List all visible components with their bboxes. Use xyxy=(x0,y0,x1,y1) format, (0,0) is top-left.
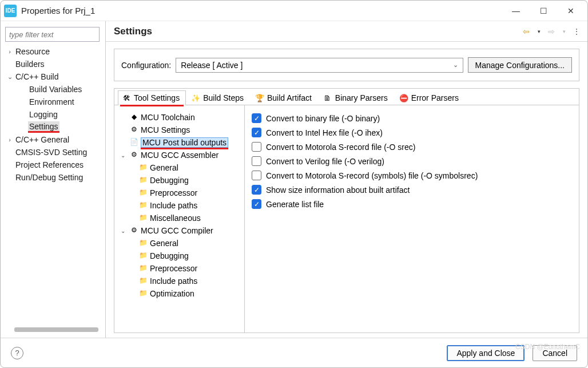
checkbox[interactable]: ✓ xyxy=(252,128,261,137)
tool-item-label: Preprocessor xyxy=(150,188,197,197)
tool-item-optimization[interactable]: 📁Optimization xyxy=(128,287,242,300)
tool-item-label: Include paths xyxy=(150,201,197,210)
tool-item-general[interactable]: 📁General xyxy=(128,161,242,174)
maximize-button[interactable]: ☐ xyxy=(530,2,557,19)
minimize-icon: — xyxy=(512,6,520,15)
nav-item-builders[interactable]: Builders xyxy=(5,58,103,70)
tool-item-mcu-toolchain[interactable]: ◆MCU Toolchain xyxy=(119,111,242,124)
option-row: ✓Convert to binary file (-O binary) xyxy=(252,111,572,125)
checkbox[interactable] xyxy=(252,171,261,180)
chevron-right-icon[interactable]: › xyxy=(5,48,14,55)
nav-item-run-debug-setting[interactable]: Run/Debug Setting xyxy=(5,171,103,184)
page-icon: 📄 xyxy=(129,138,138,147)
nav-item-project-references[interactable]: Project References xyxy=(5,159,103,171)
checkbox[interactable] xyxy=(252,142,261,152)
tab-binary-parsers[interactable]: 🗎Binary Parsers xyxy=(319,90,394,105)
folder-icon: 📁 xyxy=(138,188,148,197)
tool-item-label: MCU GCC Compiler xyxy=(141,226,213,235)
folder-icon: 📁 xyxy=(138,251,148,260)
configuration-select[interactable]: Release [ Active ] ⌄ xyxy=(176,58,463,73)
header-toolbar: ⇦ ▾ ⇨ ▾ ⋮ xyxy=(521,27,582,36)
tool-item-include-paths[interactable]: 📁Include paths xyxy=(128,199,242,212)
check-icon: ✓ xyxy=(254,186,260,194)
manage-configurations-button[interactable]: Manage Configurations... xyxy=(468,57,572,73)
nav-item-c-c-build[interactable]: ⌄C/C++ Build xyxy=(5,70,103,83)
nav-item-logging[interactable]: Logging xyxy=(19,108,103,121)
nav-item-label: C/C++ General xyxy=(14,134,70,145)
tool-item-label: Preprocessor xyxy=(150,264,197,273)
minimize-button[interactable]: — xyxy=(503,2,529,19)
nav-item-settings[interactable]: Settings xyxy=(19,121,103,133)
help-button[interactable]: ? xyxy=(11,347,23,359)
folder-icon: 📁 xyxy=(138,276,148,286)
tab-label: Build Artifact xyxy=(267,93,312,102)
nav-item-label: Project References xyxy=(14,160,85,170)
build-output-options: ✓Convert to binary file (-O binary)✓Conv… xyxy=(245,105,579,333)
tab-label: Build Steps xyxy=(203,93,244,102)
tool-item-mcu-gcc-compiler[interactable]: ⌄⚙MCU GCC Compiler xyxy=(119,224,242,237)
nav-item-label: Resource xyxy=(14,46,51,57)
nav-item-label: Environment xyxy=(28,97,76,107)
dialog-footer: ? Apply and Close Cancel xyxy=(1,338,587,367)
tool-item-mcu-gcc-assembler[interactable]: ⌄⚙MCU GCC Assembler xyxy=(119,149,242,161)
back-icon[interactable]: ⇦ xyxy=(521,27,531,36)
tool-item-label: General xyxy=(150,239,178,248)
dialog-window: IDE Properties for Prj_1 — ☐ ✕ ›Resource… xyxy=(0,0,588,368)
chevron-down-icon[interactable]: ⌄ xyxy=(119,228,127,234)
filter-input[interactable] xyxy=(5,27,100,42)
nav-item-environment[interactable]: Environment xyxy=(19,96,103,108)
tool-item-debugging[interactable]: 📁Debugging xyxy=(128,174,242,187)
tab-error-parsers[interactable]: ⛔Error Parsers xyxy=(395,90,465,105)
tool-item-preprocessor[interactable]: 📁Preprocessor xyxy=(128,187,242,199)
nav-item-label: Logging xyxy=(28,109,59,120)
tool-item-label: MCU Toolchain xyxy=(141,113,195,122)
option-label: Convert to Motorola S-record file (-O sr… xyxy=(266,143,415,152)
configuration-value: Release [ Active ] xyxy=(181,61,243,70)
error-icon: ⛔ xyxy=(399,93,408,102)
option-row: Convert to Verilog file (-O verilog) xyxy=(252,154,572,168)
chevron-down-icon[interactable]: ⌄ xyxy=(5,73,14,81)
chevron-right-icon[interactable]: › xyxy=(5,136,14,143)
help-icon: ? xyxy=(15,349,19,357)
tool-item-mcu-post-build-outputs[interactable]: 📄MCU Post build outputs xyxy=(119,136,242,149)
tab-build-steps[interactable]: ✨Build Steps xyxy=(187,90,250,105)
tool-item-mcu-settings[interactable]: ⚙MCU Settings xyxy=(119,124,242,136)
tool-item-label: MCU Settings xyxy=(141,125,190,134)
cancel-button[interactable]: Cancel xyxy=(533,345,577,361)
app-icon: IDE xyxy=(4,5,17,17)
nav-item-build-variables[interactable]: Build Variables xyxy=(19,83,103,96)
nav-item-label: C/C++ Build xyxy=(14,72,59,82)
nav-item-resource[interactable]: ›Resource xyxy=(5,45,103,58)
tool-icon: 🛠 xyxy=(122,93,131,102)
tool-item-label: MCU Post build outputs xyxy=(141,137,228,148)
nav-horizontal-scrollbar[interactable] xyxy=(14,327,98,332)
nav-item-c-c-general[interactable]: ›C/C++ General xyxy=(5,133,103,146)
checkbox[interactable]: ✓ xyxy=(252,199,261,209)
nav-item-cmsis-svd-setting[interactable]: CMSIS-SVD Setting xyxy=(5,146,103,159)
checkbox[interactable]: ✓ xyxy=(252,185,261,195)
option-label: Generate list file xyxy=(266,200,324,209)
close-button[interactable]: ✕ xyxy=(558,2,584,19)
checkbox[interactable]: ✓ xyxy=(252,113,261,123)
tool-item-miscellaneous[interactable]: 📁Miscellaneous xyxy=(128,212,242,224)
tool-item-label: Include paths xyxy=(150,276,197,286)
tab-build-artifact[interactable]: 🏆Build Artifact xyxy=(251,90,318,105)
nav-pane: ›ResourceBuilders⌄C/C++ BuildBuild Varia… xyxy=(1,21,106,338)
tool-item-include-paths[interactable]: 📁Include paths xyxy=(128,275,242,287)
settings-tabs: 🛠Tool Settings✨Build Steps🏆Build Artifac… xyxy=(114,88,579,333)
tool-item-label: Debugging xyxy=(150,176,189,185)
apply-and-close-button[interactable]: Apply and Close xyxy=(447,345,525,361)
chevron-down-icon[interactable]: ⌄ xyxy=(119,152,127,159)
tool-item-preprocessor[interactable]: 📁Preprocessor xyxy=(128,262,242,275)
checkbox[interactable] xyxy=(252,156,261,166)
option-row: ✓Convert to Intel Hex file (-O ihex) xyxy=(252,125,572,140)
menu-icon[interactable]: ⋮ xyxy=(571,27,582,36)
tool-item-general[interactable]: 📁General xyxy=(128,237,242,250)
chevron-down-icon: ⌄ xyxy=(453,61,458,69)
option-label: Convert to Verilog file (-O verilog) xyxy=(266,157,384,166)
tool-item-label: Optimization xyxy=(150,289,194,298)
option-label: Show size information about built artifa… xyxy=(266,185,410,195)
tab-tool-settings[interactable]: 🛠Tool Settings xyxy=(118,90,186,105)
tool-item-debugging[interactable]: 📁Debugging xyxy=(128,250,242,262)
back-dropdown-icon[interactable]: ▾ xyxy=(534,29,544,34)
